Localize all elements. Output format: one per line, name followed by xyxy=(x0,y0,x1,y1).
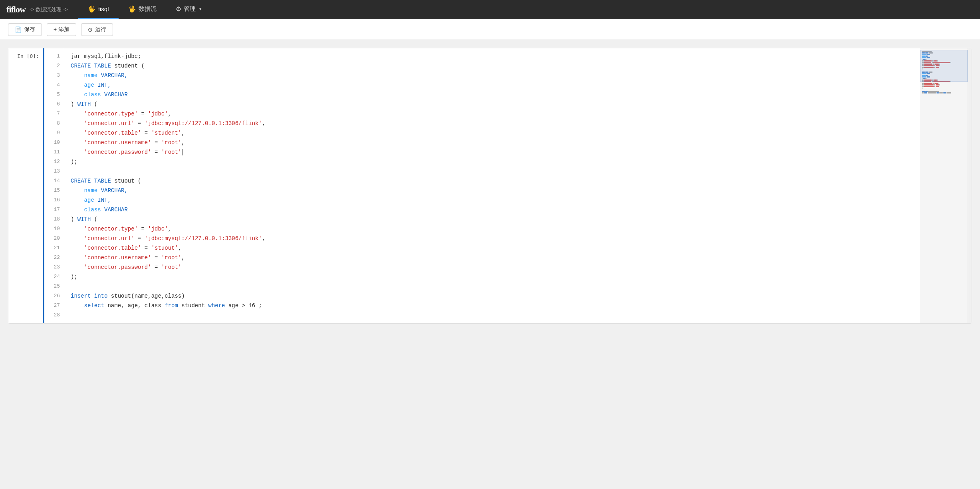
line-number: 4 xyxy=(44,80,60,90)
code-line: 'connector.type' = 'jdbc', xyxy=(71,224,912,234)
tab-manage[interactable]: ⚙ 管理 ▾ xyxy=(166,0,211,19)
token-str-red: 'jdbc:mysql://127.0.0.1:3306/flink' xyxy=(145,235,262,242)
run-icon: ⊙ xyxy=(88,26,93,33)
code-line: ); xyxy=(71,272,912,282)
code-line: 'connector.url' = 'jdbc:mysql://127.0.0.… xyxy=(71,234,912,243)
line-number: 15 xyxy=(44,186,60,195)
token-str-red: 'connector.table' xyxy=(84,130,141,136)
save-icon: 📄 xyxy=(15,26,22,33)
run-button[interactable]: ⊙ 运行 xyxy=(81,23,113,36)
line-number: 8 xyxy=(44,119,60,128)
token-str-red: 'root' xyxy=(161,149,181,155)
code-line: class VARCHAR xyxy=(71,205,912,215)
token-kw-table: TABLE xyxy=(94,178,114,184)
token-normal: = xyxy=(135,120,145,127)
token-normal: name, age, class xyxy=(107,302,165,309)
token-normal: = xyxy=(151,264,161,270)
token-normal: = xyxy=(135,235,145,242)
token-normal: student xyxy=(181,302,208,309)
token-normal: = xyxy=(138,226,148,232)
line-number: 22 xyxy=(44,253,60,262)
tab-dataflow[interactable]: 🖐 数据流 xyxy=(119,0,166,19)
code-line: CREATE TABLE student ( xyxy=(71,61,912,71)
line-number: 25 xyxy=(44,282,60,291)
token-kw-name: name xyxy=(71,72,101,79)
add-button[interactable]: + 添加 xyxy=(47,23,76,36)
line-number: 3 xyxy=(44,71,60,80)
line-number: 14 xyxy=(44,176,60,186)
token-str-red: 'connector.password' xyxy=(84,264,151,270)
token-str-red: 'connector.url' xyxy=(84,235,135,242)
token-str-red: 'jdbc:mysql://127.0.0.1:3306/flink' xyxy=(145,120,262,127)
token-normal: ); xyxy=(71,274,77,280)
code-line xyxy=(71,310,912,320)
code-line: 'connector.username' = 'root', xyxy=(71,253,912,262)
line-number: 9 xyxy=(44,128,60,138)
token-kw-name: age xyxy=(71,197,97,203)
token-kw-select: select xyxy=(84,302,108,309)
code-line: select name, age, class from student whe… xyxy=(71,301,912,310)
line-number: 7 xyxy=(44,109,60,119)
token-normal: ) xyxy=(71,101,77,107)
main-content: In [0]: 12345678910111213141516171819202… xyxy=(0,40,980,489)
token-normal: , xyxy=(168,111,171,117)
code-lines[interactable]: jar mysql,flink-jdbc;CREATE TABLE studen… xyxy=(64,48,920,323)
token-kw-into: into xyxy=(94,293,111,299)
token-normal: , xyxy=(262,235,265,242)
code-area[interactable]: 1234567891011121314151617181920212223242… xyxy=(44,48,920,323)
minimap-viewport[interactable] xyxy=(920,50,968,82)
code-line: ) WITH ( xyxy=(71,215,912,224)
run-label: 运行 xyxy=(95,26,106,33)
line-number: 6 xyxy=(44,99,60,109)
token-normal: , xyxy=(168,226,171,232)
token-normal: , xyxy=(178,245,181,251)
tab-manage-label: 管理 xyxy=(184,5,196,13)
token-kw-insert: insert xyxy=(71,293,94,299)
line-number: 28 xyxy=(44,310,60,320)
token-normal xyxy=(71,245,84,251)
token-kw-type: VARCHAR xyxy=(104,91,128,98)
code-line: name VARCHAR, xyxy=(71,71,912,80)
line-number: 5 xyxy=(44,90,60,99)
code-line: class VARCHAR xyxy=(71,90,912,99)
token-str-red: 'connector.type' xyxy=(84,111,138,117)
cell-label-text: In [0]: xyxy=(17,52,39,59)
token-kw-name: age xyxy=(71,82,97,88)
token-normal: = xyxy=(151,254,161,261)
token-normal: ( xyxy=(91,216,97,223)
code-line: 'connector.password' = 'root' xyxy=(71,147,912,157)
line-number: 18 xyxy=(44,215,60,224)
save-button[interactable]: 📄 保存 xyxy=(8,23,42,36)
line-number: 12 xyxy=(44,157,60,167)
tab-fisql[interactable]: 🖐 fisql xyxy=(78,0,119,19)
line-number: 16 xyxy=(44,195,60,205)
token-kw-name: class xyxy=(71,207,104,213)
line-number: 11 xyxy=(44,147,60,157)
line-numbers: 1234567891011121314151617181920212223242… xyxy=(44,48,64,323)
token-str-red: 'connector.type' xyxy=(84,226,138,232)
token-kw-type: INT, xyxy=(97,82,111,88)
token-kw-type: VARCHAR xyxy=(104,207,128,213)
token-str-red: 'root' xyxy=(161,139,181,146)
token-normal: stuout ( xyxy=(114,178,141,184)
code-line: 'connector.table' = 'stuout', xyxy=(71,243,912,253)
code-line: 'connector.table' = 'student', xyxy=(71,128,912,138)
token-normal: , xyxy=(262,120,265,127)
token-kw-table: TABLE xyxy=(94,63,114,69)
cell-label: In [0]: xyxy=(8,48,44,323)
token-normal xyxy=(71,130,84,136)
code-line: insert into stuout(name,age,class) xyxy=(71,291,912,301)
scrollbar[interactable] xyxy=(968,48,972,323)
token-normal: = xyxy=(151,139,161,146)
logo: fiflow xyxy=(6,4,26,15)
token-str-red: 'student' xyxy=(151,130,182,136)
token-str-red: 'connector.password' xyxy=(84,149,151,155)
toolbar: 📄 保存 + 添加 ⊙ 运行 xyxy=(0,19,980,40)
code-line: age INT, xyxy=(71,195,912,205)
add-label: + 添加 xyxy=(54,26,69,33)
line-number: 20 xyxy=(44,234,60,243)
token-normal: ) xyxy=(71,216,77,223)
token-normal xyxy=(71,226,84,232)
token-str-red: 'stuout' xyxy=(151,245,178,251)
token-kw-create: CREATE xyxy=(71,178,94,184)
